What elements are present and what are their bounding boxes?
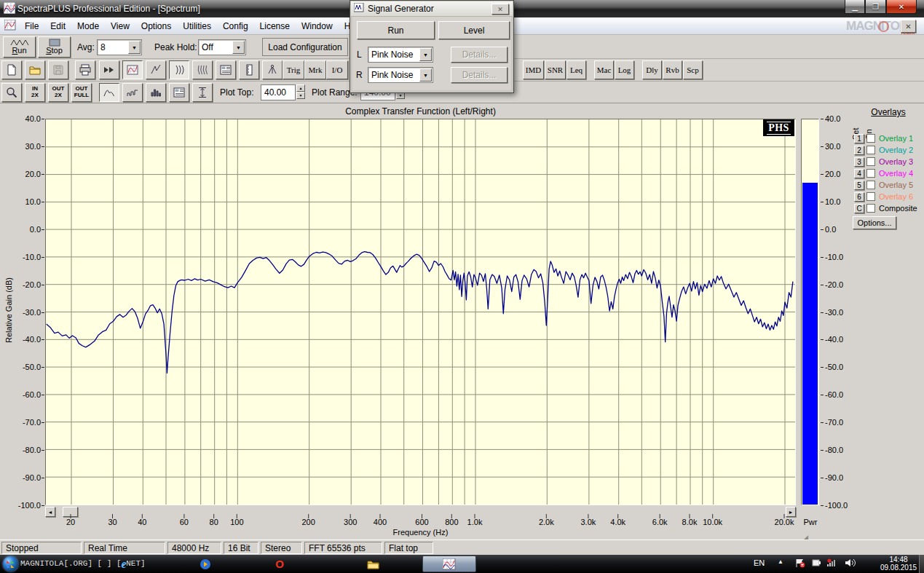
reverb-button[interactable]: Rvb <box>663 60 682 79</box>
save-file-button[interactable] <box>48 60 68 79</box>
transfer-function-curve <box>47 252 793 374</box>
peak-curve-display-button[interactable] <box>99 83 119 102</box>
language-indicator[interactable]: EN <box>754 558 765 567</box>
print-button[interactable] <box>75 60 95 79</box>
open-file-button[interactable] <box>25 60 45 79</box>
y-tick-label-left: -10.0 <box>9 253 41 262</box>
signal-generator-close-icon[interactable]: ✕ <box>491 4 509 15</box>
menu-item-mode[interactable]: Mode <box>71 19 105 33</box>
overlay-on-checkbox-5[interactable] <box>866 181 875 189</box>
right-signal-dropdown-arrow-icon[interactable]: ▼ <box>419 68 432 82</box>
menu-item-options[interactable]: Options <box>135 19 177 33</box>
media-player-icon[interactable] <box>198 557 213 571</box>
control-panel-button[interactable] <box>216 60 236 79</box>
imd-button[interactable]: IMD <box>523 60 544 79</box>
overlay-on-checkbox-C[interactable] <box>866 204 875 213</box>
close-button[interactable]: ✕ <box>886 0 917 14</box>
taskbar-watermark: MAGNITOLA[.ORG] [ ] [.NET] <box>20 559 146 568</box>
mdi-close-button[interactable]: ✕ <box>901 20 916 33</box>
zoom-button[interactable] <box>1 83 22 102</box>
calibration-button[interactable] <box>262 60 283 79</box>
avg-dropdown-arrow-icon[interactable]: ▼ <box>128 41 141 54</box>
spectrum-view-button[interactable] <box>122 60 143 79</box>
overlay-on-checkbox-6[interactable] <box>866 192 875 201</box>
show-desktop-button[interactable] <box>919 555 924 573</box>
volume-icon[interactable] <box>845 558 856 569</box>
leq-button[interactable]: Leq <box>566 60 586 79</box>
left-signal-dropdown-arrow-icon[interactable]: ▼ <box>419 48 432 61</box>
overlay-set-button-1[interactable]: 1 <box>854 134 864 143</box>
histogram-display-button[interactable] <box>146 83 166 102</box>
overlay-on-checkbox-2[interactable] <box>866 146 875 154</box>
overlay-set-button-C[interactable]: C <box>854 204 864 213</box>
overlay-set-button-6[interactable]: 6 <box>854 192 864 202</box>
delay-button[interactable]: Dly <box>642 60 662 79</box>
zoom-in-2x-button[interactable]: IN2X <box>25 83 45 102</box>
spectrogram-view-button[interactable] <box>192 60 213 79</box>
overlay-set-button-3[interactable]: 3 <box>854 157 864 167</box>
plot-top-field[interactable]: 40.00 <box>261 84 296 100</box>
clock[interactable]: 14:48 09.08.2015 <box>877 556 920 572</box>
trigger-button[interactable]: Trig <box>283 60 304 79</box>
time-series-view-button[interactable] <box>146 60 166 79</box>
scope-button[interactable]: Scp <box>683 60 703 79</box>
logging-button[interactable]: Log <box>615 60 634 79</box>
macro-button[interactable]: Mac <box>594 60 614 79</box>
menu-item-file[interactable]: File <box>19 19 44 33</box>
menu-item-utilities[interactable]: Utilities <box>177 19 217 33</box>
load-configuration-button[interactable]: Load Configuration <box>262 38 348 56</box>
scaling-button[interactable] <box>239 60 259 79</box>
folder-icon[interactable] <box>366 557 380 571</box>
zoom-out-full-button[interactable]: OUTFULL <box>71 83 92 102</box>
tray-expand-icon[interactable]: ▲ <box>778 558 783 565</box>
opera-icon[interactable]: O <box>272 557 287 571</box>
overlay-on-checkbox-4[interactable] <box>866 169 875 178</box>
options-panel-button[interactable] <box>169 83 189 102</box>
plot-top-spinner[interactable]: ▲ ▼ <box>296 84 305 100</box>
playback-processing-button[interactable] <box>99 60 119 79</box>
menu-item-edit[interactable]: Edit <box>44 19 71 33</box>
plot-top-spin-down-icon[interactable]: ▼ <box>296 92 305 99</box>
menu-item-config[interactable]: Config <box>217 19 254 33</box>
network-icon[interactable] <box>826 558 837 569</box>
mdi-child-icon[interactable] <box>4 20 16 33</box>
bar-display-button[interactable] <box>122 83 143 102</box>
action-center-flag-icon[interactable] <box>795 558 805 569</box>
run-button[interactable]: Run <box>3 36 36 58</box>
overlay-set-button-5[interactable]: 5 <box>854 181 864 190</box>
zoom-out-2x-button[interactable]: OUT2X <box>48 83 68 102</box>
battery-icon[interactable] <box>812 558 821 569</box>
vertical-range-button[interactable] <box>192 83 213 102</box>
signal-generator-title-bar[interactable]: Signal Generator <box>351 1 513 17</box>
io-device-button[interactable]: I/O <box>326 60 348 79</box>
overlays-options-button[interactable]: Options... <box>853 216 896 229</box>
avg-combo[interactable]: 8 ▼ <box>97 39 142 55</box>
plot-top-spin-up-icon[interactable]: ▲ <box>296 84 305 92</box>
snr-button[interactable]: SNR <box>545 60 566 79</box>
minimize-button[interactable]: ▁ <box>845 0 865 14</box>
menu-item-window[interactable]: Window <box>296 19 339 33</box>
right-details-button[interactable]: Details... <box>451 67 508 83</box>
markers-button[interactable]: Mrk <box>304 60 326 79</box>
overlay-on-checkbox-3[interactable] <box>866 157 875 166</box>
overlay-on-checkbox-1[interactable] <box>866 134 875 143</box>
generator-run-button[interactable]: Run <box>357 21 435 39</box>
new-file-button[interactable] <box>1 60 22 79</box>
left-details-button[interactable]: Details... <box>451 47 508 63</box>
overlay-set-button-4[interactable]: 4 <box>854 169 864 178</box>
overlay-set-button-2[interactable]: 2 <box>854 146 864 155</box>
clock-time: 14:48 <box>877 556 920 564</box>
spectraplus-task-button[interactable] <box>422 556 476 572</box>
stop-button[interactable]: Stop <box>38 36 71 58</box>
start-button[interactable] <box>3 556 18 572</box>
left-signal-combo[interactable]: Pink Noise ▼ <box>368 47 433 63</box>
phase-view-button[interactable] <box>169 60 189 79</box>
menu-item-license[interactable]: License <box>254 19 296 33</box>
menu-item-view[interactable]: View <box>105 19 135 33</box>
plot-area[interactable] <box>45 119 796 505</box>
right-signal-combo[interactable]: Pink Noise ▼ <box>368 67 433 83</box>
generator-level-button[interactable]: Level <box>438 21 510 39</box>
maximize-button[interactable]: ❐ <box>865 0 886 14</box>
peak-hold-combo[interactable]: Off ▼ <box>198 39 246 55</box>
peak-hold-dropdown-arrow-icon[interactable]: ▼ <box>232 41 245 54</box>
